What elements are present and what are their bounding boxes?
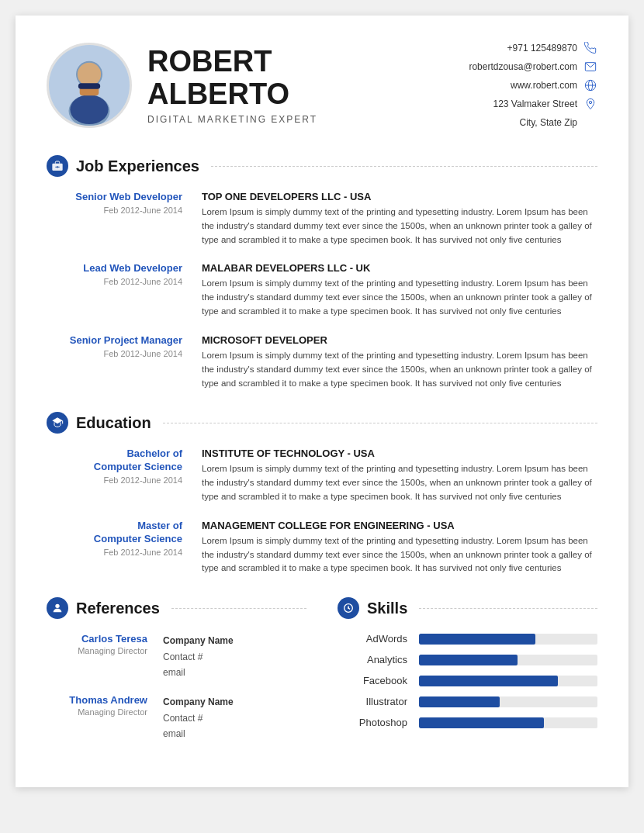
web-icon (583, 78, 597, 92)
entry-left: Senior Web Developer Feb 2012-June 2014 (47, 191, 202, 247)
entry-role: Senior Web Developer (47, 191, 182, 204)
entry-date: Feb 2012-June 2014 (47, 548, 182, 557)
entry-role: Lead Web Developer (47, 262, 182, 275)
job-entry: Senior Web Developer Feb 2012-June 2014 … (47, 191, 597, 247)
ref-entries: Carlos Teresa Managing Director Company … (47, 633, 306, 741)
skill-bar-fill (419, 655, 518, 665)
entry-company: MALABAR DEVELOPERS LLC - UK (202, 262, 597, 274)
edu-section-line (163, 423, 597, 423)
jobs-section-line (211, 166, 597, 167)
email-text: robertdzousa@robert.com (469, 57, 577, 76)
section-header-skills: Skills (338, 597, 597, 619)
avatar (47, 43, 132, 128)
ref-name: Carlos Teresa (47, 633, 147, 645)
phone-icon (583, 41, 597, 55)
svg-point-17 (55, 604, 59, 608)
entry-desc: Lorem Ipsum is simply dummy text of the … (202, 534, 597, 575)
entry-company: TOP ONE DEVELOPERS LLC - USA (202, 191, 597, 202)
ref-right: Company NameContact #email (163, 694, 234, 741)
refs-section-title: References (76, 600, 160, 617)
skill-row: Photoshop (338, 717, 597, 728)
skill-bar-fill (419, 634, 535, 645)
email-icon (583, 60, 597, 74)
entry-right: TOP ONE DEVELOPERS LLC - USA Lorem Ipsum… (202, 191, 597, 247)
entry-role: Master of Computer Science (47, 520, 182, 546)
svg-point-4 (70, 95, 108, 124)
job-entry: Lead Web Developer Feb 2012-June 2014 MA… (47, 262, 597, 318)
entry-left: Master of Computer Science Feb 2012-June… (47, 520, 202, 575)
header: ROBERT ALBERTO DIGITAL MARKETING EXPERT … (47, 39, 597, 132)
street-row: 123 Valmaker Street (469, 95, 597, 113)
refs-icon (47, 597, 68, 619)
website-row: www.robert.com (469, 76, 597, 95)
svg-rect-6 (78, 83, 100, 89)
skill-label: AdWords (338, 633, 407, 645)
skills-section-title: Skills (367, 600, 407, 617)
skill-row: Facebook (338, 675, 597, 686)
ref-contact: Contact # (163, 713, 203, 724)
svg-point-3 (78, 63, 101, 86)
entry-right: INSTITUTE OF TECHNOLOGY - USA Lorem Ipsu… (202, 448, 597, 503)
entry-company: MANAGEMENT COLLEGE FOR ENGINEERING - USA (202, 520, 597, 531)
jobs-icon (47, 155, 68, 177)
ref-email: email (163, 667, 185, 678)
street-text: 123 Valmaker Street (493, 95, 578, 113)
skill-label: Facebook (338, 675, 407, 686)
edu-icon (47, 412, 68, 434)
location-icon (583, 97, 597, 111)
skill-label: Analytics (338, 654, 407, 665)
section-header-refs: References (47, 597, 306, 619)
entry-right: MALABAR DEVELOPERS LLC - UK Lorem Ipsum … (202, 262, 597, 318)
entry-right: MANAGEMENT COLLEGE FOR ENGINEERING - USA… (202, 520, 597, 575)
skill-label: Photoshop (338, 717, 407, 728)
skill-bars: AdWords Analytics Facebook Illustrator P… (338, 633, 597, 728)
skill-bar-fill (419, 696, 500, 707)
edu-entry: Bachelor of Computer Science Feb 2012-Ju… (47, 448, 597, 503)
phone-row: +971 125489870 (469, 39, 597, 57)
skills-section: Skills AdWords Analytics Facebook Illust… (322, 597, 597, 755)
skills-icon (338, 597, 359, 619)
entry-right: MICROSOFT DEVELOPER Lorem Ipsum is simpl… (202, 334, 597, 390)
contact-info: +971 125489870 robertdzousa@robert.com w… (469, 39, 597, 132)
ref-entry: Carlos Teresa Managing Director Company … (47, 633, 306, 680)
skill-label: Illustrator (338, 696, 407, 707)
bottom-sections: References Carlos Teresa Managing Direct… (47, 597, 597, 755)
refs-section-line (171, 608, 306, 609)
ref-role: Managing Director (47, 646, 147, 655)
edu-entries: Bachelor of Computer Science Feb 2012-Ju… (47, 448, 597, 575)
education-section: Education Bachelor of Computer Science F… (47, 412, 597, 575)
references-section: References Carlos Teresa Managing Direct… (47, 597, 322, 755)
entry-date: Feb 2012-June 2014 (47, 349, 182, 358)
ref-name: Thomas Andrew (47, 694, 147, 706)
resume-container: ROBERT ALBERTO DIGITAL MARKETING EXPERT … (16, 16, 628, 787)
entry-left: Lead Web Developer Feb 2012-June 2014 (47, 262, 202, 318)
job-entries: Senior Web Developer Feb 2012-June 2014 … (47, 191, 597, 390)
skills-section-line (419, 608, 597, 609)
section-header-edu: Education (47, 412, 597, 434)
job-entry: Senior Project Manager Feb 2012-June 201… (47, 334, 597, 390)
svg-point-21 (348, 607, 349, 609)
section-header-jobs: Job Experiences (47, 155, 597, 177)
entry-date: Feb 2012-June 2014 (47, 206, 182, 215)
entry-desc: Lorem Ipsum is simply dummy text of the … (202, 277, 597, 318)
edu-entry: Master of Computer Science Feb 2012-June… (47, 520, 597, 575)
skill-bar-bg (419, 655, 597, 665)
city-row: City, State Zip (469, 113, 597, 132)
entry-company: INSTITUTE OF TECHNOLOGY - USA (202, 448, 597, 459)
skill-row: AdWords (338, 633, 597, 645)
professional-title: DIGITAL MARKETING EXPERT (147, 114, 317, 125)
name-line1: ROBERT (147, 46, 317, 78)
ref-email: email (163, 728, 185, 739)
edu-section-title: Education (76, 414, 151, 432)
entry-role: Bachelor of Computer Science (47, 448, 182, 474)
entry-role: Senior Project Manager (47, 334, 182, 347)
ref-right: Company NameContact #email (163, 633, 234, 680)
entry-date: Feb 2012-June 2014 (47, 277, 182, 286)
phone-text: +971 125489870 (507, 39, 577, 57)
website-text: www.robert.com (511, 76, 577, 95)
job-experiences-section: Job Experiences Senior Web Developer Feb… (47, 155, 597, 390)
ref-contact: Contact # (163, 652, 203, 662)
entry-date: Feb 2012-June 2014 (47, 475, 182, 485)
email-row: robertdzousa@robert.com (469, 57, 597, 76)
skill-bar-bg (419, 717, 597, 728)
